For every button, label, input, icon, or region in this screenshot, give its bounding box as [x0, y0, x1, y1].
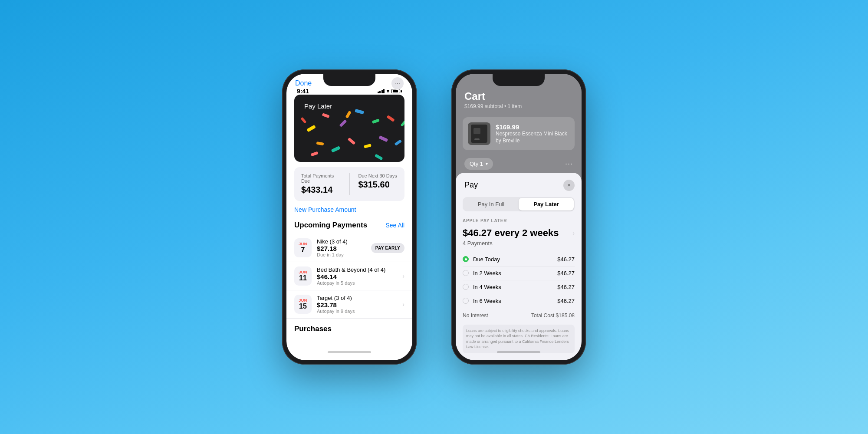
- radio-4weeks: [463, 284, 469, 290]
- total-payments-col: Total Payments Due $433.14: [301, 173, 341, 195]
- nike-amount: $27.18: [317, 245, 366, 252]
- phone-2-screen: Cart $169.99 subtotal • 1 item $169.99 N…: [456, 74, 582, 360]
- cart-controls: Qty 1 ▾ ···: [456, 154, 582, 174]
- cart-subtitle: $169.99 subtotal • 1 item: [464, 103, 573, 109]
- summary-divider: [349, 173, 350, 195]
- more-button[interactable]: ···: [391, 77, 404, 89]
- svg-rect-9: [364, 144, 372, 148]
- apl-payments-count: 4 Payments: [463, 240, 575, 247]
- cart-item-name-text: Nespresso Essenza Mini Black: [496, 131, 567, 137]
- bbb-merchant: Bed Bath & Beyond (4 of 4): [317, 266, 397, 273]
- purchases-title: Purchases: [294, 325, 332, 333]
- qty-chevron-icon: ▾: [486, 161, 488, 166]
- apple-pay-sheet: Pay × Pay In Full Pay Later APPLE PAY LA…: [456, 173, 582, 360]
- svg-rect-16: [311, 151, 319, 157]
- notch-1: [323, 74, 375, 86]
- schedule-label-2weeks: In 2 Weeks: [473, 270, 501, 276]
- svg-rect-7: [331, 146, 341, 153]
- apl-chevron-icon: ›: [572, 230, 575, 237]
- apl-amount-row: $46.27 every 2 weeks ›: [463, 227, 575, 239]
- svg-rect-13: [401, 120, 404, 127]
- payment-item-bbb[interactable]: JUN 11 Bed Bath & Beyond (4 of 4) $46.14…: [286, 262, 412, 290]
- total-payments-value: $433.14: [301, 185, 341, 195]
- bbb-sub: Autopay in 5 days: [317, 280, 397, 286]
- cart-item-brand: by Breville: [496, 138, 519, 144]
- svg-rect-6: [316, 141, 324, 145]
- date-month-3: JUN: [299, 298, 307, 302]
- sheet-close-button[interactable]: ×: [563, 180, 575, 191]
- cart-item-image: [468, 122, 490, 145]
- phone-1-screen: 9:41 ▾ Done ···: [286, 74, 412, 360]
- close-icon: ×: [567, 182, 571, 188]
- svg-rect-2: [339, 119, 347, 127]
- apl-section-label: APPLE PAY LATER: [463, 218, 575, 223]
- bbb-amount: $46.14: [317, 273, 397, 280]
- apple-pay-logo: Pay: [463, 181, 478, 190]
- svg-rect-10: [378, 135, 388, 142]
- payment-item-target[interactable]: JUN 15 Target (3 of 4) $23.78 Autopay in…: [286, 290, 412, 319]
- svg-rect-11: [394, 139, 402, 146]
- confetti-decoration: [294, 95, 404, 162]
- schedule-amount-today: $46.27: [557, 256, 575, 263]
- radio-6weeks: [463, 298, 469, 304]
- pay-early-button[interactable]: PAY EARLY: [371, 243, 404, 253]
- svg-rect-0: [306, 125, 316, 132]
- phone1-scroll[interactable]: Done ··· Pay Later: [286, 74, 412, 360]
- radio-today: [463, 256, 469, 262]
- payment-item-nike[interactable]: JUN 7 Nike (3 of 4) $27.18 Due in 1 day …: [286, 234, 412, 262]
- payments-summary: Total Payments Due $433.14 Due Next 30 D…: [294, 167, 404, 201]
- schedule-row-today: Due Today $46.27: [463, 253, 575, 266]
- nike-merchant: Nike (3 of 4): [317, 238, 366, 245]
- nike-payment-info: Nike (3 of 4) $27.18 Due in 1 day: [317, 238, 366, 257]
- due-next-value: $315.60: [358, 180, 398, 190]
- phone-1: 9:41 ▾ Done ···: [282, 69, 417, 365]
- date-month-2: JUN: [299, 270, 307, 274]
- date-day-3: 15: [299, 302, 307, 310]
- cart-title: Cart: [464, 90, 573, 102]
- total-cost-row: No Interest Total Cost $185.08: [463, 308, 575, 322]
- tab-pay-later[interactable]: Pay Later: [519, 198, 574, 210]
- svg-rect-4: [372, 118, 380, 124]
- target-merchant: Target (3 of 4): [317, 295, 397, 301]
- nike-sub: Due in 1 day: [317, 252, 366, 257]
- schedule-row-4weeks: In 4 Weeks $46.27: [463, 280, 575, 294]
- apple-pay-label: Pay: [464, 181, 478, 190]
- qty-selector[interactable]: Qty 1 ▾: [464, 158, 493, 170]
- date-month-1: JUN: [299, 242, 307, 246]
- date-badge-jun7: JUN 7: [294, 238, 312, 257]
- schedule-row-2weeks: In 2 Weeks $46.27: [463, 266, 575, 280]
- target-amount: $23.78: [317, 301, 397, 309]
- see-all-button[interactable]: See All: [385, 222, 404, 229]
- svg-rect-1: [322, 113, 330, 118]
- bbb-chevron-icon: ›: [402, 273, 404, 279]
- apl-amount: $46.27 every 2 weeks: [463, 227, 559, 239]
- disclaimer-text: Loans are subject to eligibility checks …: [463, 325, 575, 353]
- new-purchase-link[interactable]: New Purchase Amount: [294, 206, 404, 213]
- home-indicator-2: [497, 351, 540, 353]
- phone-2: Cart $169.99 subtotal • 1 item $169.99 N…: [451, 69, 586, 365]
- due-next-col: Due Next 30 Days $315.60: [358, 173, 398, 195]
- schedule-label-4weeks: In 4 Weeks: [473, 284, 501, 290]
- cart-item-name: Nespresso Essenza Mini Black by Breville: [496, 131, 569, 144]
- svg-rect-3: [355, 109, 364, 115]
- tab-pay-full[interactable]: Pay In Full: [464, 198, 519, 210]
- date-day-1: 7: [301, 246, 305, 254]
- schedule-label-today: Due Today: [473, 256, 500, 263]
- svg-rect-14: [345, 111, 352, 118]
- total-cost-value: Total Cost $185.08: [531, 312, 575, 319]
- cart-item-nespresso[interactable]: $169.99 Nespresso Essenza Mini Black by …: [463, 117, 575, 150]
- date-badge-jun11: JUN 11: [294, 266, 312, 286]
- cart-more-button[interactable]: ···: [565, 159, 573, 168]
- svg-rect-8: [348, 138, 356, 145]
- upcoming-title: Upcoming Payments: [294, 221, 367, 230]
- svg-rect-5: [387, 115, 395, 122]
- target-payment-info: Target (3 of 4) $23.78 Autopay in 9 days: [317, 295, 397, 314]
- done-button[interactable]: Done: [295, 79, 312, 87]
- cart-item-info: $169.99 Nespresso Essenza Mini Black by …: [496, 123, 569, 144]
- svg-rect-12: [300, 117, 306, 124]
- schedule-amount-6weeks: $46.27: [557, 298, 575, 304]
- pay-tab-selector[interactable]: Pay In Full Pay Later: [463, 197, 575, 211]
- svg-rect-15: [375, 154, 383, 160]
- pay-later-card: Pay Later: [294, 95, 404, 162]
- schedule-row-6weeks: In 6 Weeks $46.27: [463, 294, 575, 308]
